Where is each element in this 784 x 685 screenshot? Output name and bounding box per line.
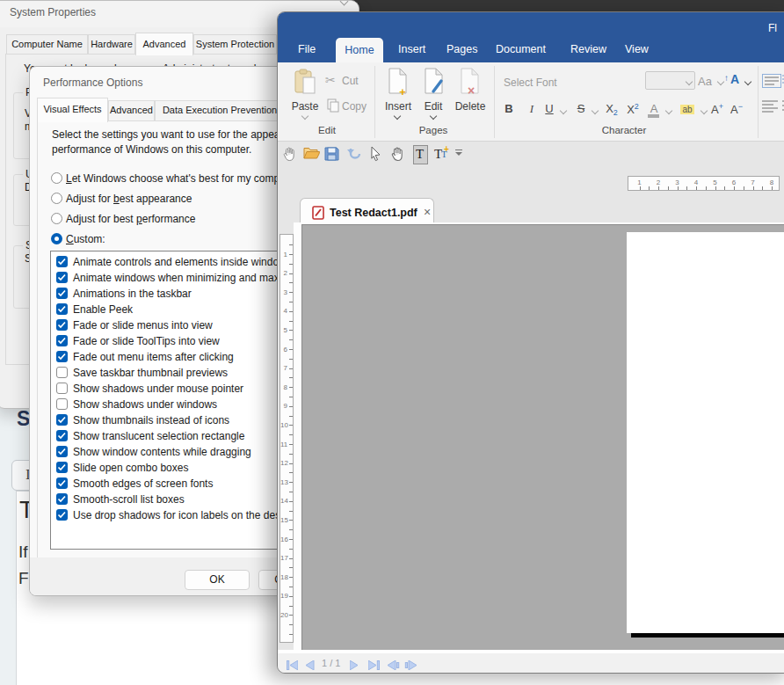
next-view-button[interactable] <box>403 658 417 674</box>
subscript-button[interactable]: X2 <box>603 102 621 118</box>
edit-pages-chevron-icon[interactable] <box>430 113 437 120</box>
delete-pages-button[interactable]: Delete <box>451 100 490 113</box>
shrink-font-button[interactable]: A− <box>728 102 745 118</box>
checkbox-checked[interactable] <box>56 430 68 441</box>
checkbox-unchecked[interactable] <box>56 398 68 410</box>
radio-unselected[interactable] <box>51 213 62 224</box>
performance-options-title: Performance Options <box>43 77 142 89</box>
underline-chevron-icon[interactable] <box>560 107 567 114</box>
next-page-button[interactable] <box>350 658 359 674</box>
more-icon[interactable] <box>453 146 470 164</box>
checkbox-unchecked[interactable] <box>56 383 68 394</box>
first-page-button[interactable] <box>287 658 298 674</box>
perfopts-tab-data-execution-prevention[interactable]: Data Execution Prevention <box>155 100 285 122</box>
pdf-file-icon <box>312 206 324 223</box>
edit-pages-icon[interactable] <box>424 68 445 100</box>
checkbox-label: Animations in the taskbar <box>73 288 192 300</box>
checkbox-checked[interactable] <box>56 319 68 331</box>
hand-tool-icon[interactable] <box>281 146 299 164</box>
cut-icon[interactable]: ✂ <box>325 73 336 87</box>
change-case-icon[interactable]: Aa <box>698 75 712 88</box>
radio-selected[interactable] <box>51 233 62 244</box>
checkbox-checked[interactable] <box>56 256 68 267</box>
system-properties-title: System Properties <box>10 6 96 18</box>
ok-button[interactable]: OK <box>185 570 250 590</box>
checkbox-label: Slide open combo boxes <box>73 462 188 474</box>
pdf-window-title-fragment: Fl <box>768 22 777 34</box>
font-color-chevron-icon[interactable] <box>665 107 672 114</box>
radio-unselected[interactable] <box>51 193 62 204</box>
paste-chevron-icon[interactable] <box>301 113 309 120</box>
text-direction-chevron-icon[interactable] <box>744 78 751 85</box>
previous-view-button[interactable] <box>388 658 401 674</box>
checkbox-checked[interactable] <box>56 351 68 362</box>
text-tool-icon[interactable]: T <box>411 146 429 164</box>
checkbox-checked[interactable] <box>56 414 68 426</box>
perfopts-tab-advanced[interactable]: Advanced <box>108 100 155 122</box>
pdf-editor-window: Fl Home FileInsertPagesDocumentReviewVie… <box>277 11 784 674</box>
open-icon[interactable] <box>303 146 321 164</box>
undo-icon[interactable] <box>346 146 364 164</box>
horizontal-ruler: 12345678 <box>628 176 780 191</box>
insert-pages-button[interactable]: Insert <box>379 100 417 113</box>
strikethrough-chevron-icon[interactable] <box>592 107 599 114</box>
checkbox-checked[interactable] <box>56 493 68 505</box>
menu-tab-view[interactable]: View <box>625 43 649 55</box>
paste-icon[interactable] <box>293 69 317 97</box>
menu-tab-document[interactable]: Document <box>496 43 546 55</box>
checkbox-checked[interactable] <box>56 509 68 521</box>
delete-pages-icon[interactable]: × <box>460 68 481 100</box>
text-plus-tool-icon[interactable]: TT+ <box>432 146 450 164</box>
menu-tab-insert[interactable]: Insert <box>398 43 425 55</box>
cut-button[interactable]: Cut <box>342 75 359 87</box>
checkbox-checked[interactable] <box>56 335 68 346</box>
checkbox-label: Show thumbnails instead of icons <box>73 414 229 426</box>
checkbox-label: Use drop shadows for icon labels on the … <box>73 509 301 521</box>
edit-pages-button[interactable]: Edit <box>414 100 453 113</box>
radio-unselected[interactable] <box>51 172 62 184</box>
bold-button[interactable]: B <box>500 102 518 118</box>
grow-font-button[interactable]: A+ <box>708 102 726 118</box>
insert-pages-icon[interactable]: + <box>388 68 409 100</box>
sysprops-tab-system-protection[interactable]: System Protection <box>193 34 277 55</box>
checkbox-checked[interactable] <box>56 477 68 489</box>
font-color-button[interactable]: A <box>645 102 663 118</box>
sysprops-tab-hardware[interactable]: Hardware <box>88 34 135 55</box>
last-page-button[interactable] <box>368 658 380 674</box>
strikethrough-button[interactable]: S <box>572 102 590 118</box>
highlight-chevron-icon[interactable] <box>701 107 708 114</box>
chevron-down-icon[interactable] <box>341 1 348 8</box>
text-direction-icon[interactable]: ↑ A <box>724 72 744 88</box>
align-icon[interactable] <box>762 99 780 117</box>
sysprops-tab-computer-name[interactable]: Computer Name <box>6 34 88 55</box>
paste-button[interactable]: Paste <box>286 100 324 113</box>
checkbox-checked[interactable] <box>56 288 68 299</box>
select-icon[interactable] <box>368 146 386 164</box>
checkbox-checked[interactable] <box>56 446 68 457</box>
sysprops-tab-advanced[interactable]: Advanced <box>135 33 193 55</box>
menu-tab-home[interactable]: Home <box>336 38 383 62</box>
menu-tab-review[interactable]: Review <box>570 43 606 55</box>
character-group-label: Character <box>589 125 659 135</box>
checkbox-checked[interactable] <box>56 272 68 283</box>
copy-button[interactable]: Copy <box>342 100 367 113</box>
paragraph-icon[interactable] <box>762 74 781 91</box>
font-name-combobox[interactable] <box>645 71 695 90</box>
copy-icon[interactable] <box>327 98 340 117</box>
pan-icon[interactable] <box>389 146 407 164</box>
checkbox-checked[interactable] <box>56 462 68 473</box>
menu-tab-file[interactable]: File <box>298 43 316 55</box>
insert-pages-chevron-icon[interactable] <box>394 113 401 120</box>
underline-button[interactable]: U <box>541 102 558 118</box>
document-tab-close-icon[interactable]: × <box>424 205 431 219</box>
menu-tab-pages[interactable]: Pages <box>446 43 477 55</box>
change-case-chevron-icon[interactable] <box>717 78 724 85</box>
checkbox-checked[interactable] <box>56 303 68 315</box>
save-icon[interactable] <box>324 146 342 164</box>
superscript-button[interactable]: X2 <box>624 102 642 118</box>
highlight-button[interactable]: ab <box>679 102 696 118</box>
perfopts-tab-visual-effects[interactable]: Visual Effects <box>37 98 108 122</box>
italic-button[interactable]: I <box>523 102 541 118</box>
previous-page-button[interactable] <box>306 658 315 674</box>
checkbox-unchecked[interactable] <box>56 367 68 378</box>
